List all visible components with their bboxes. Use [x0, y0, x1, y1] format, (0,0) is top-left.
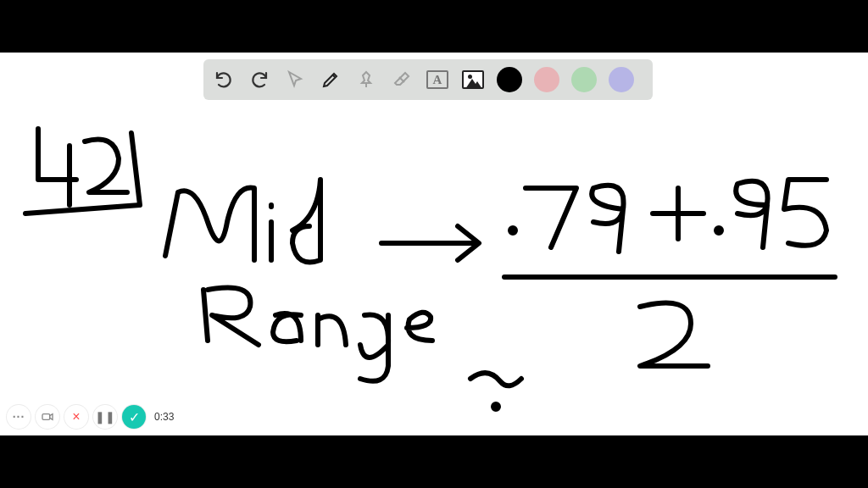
image-tool-icon[interactable] [461, 68, 485, 92]
pin-icon[interactable] [354, 68, 378, 92]
pointer-icon[interactable] [283, 68, 307, 92]
color-swatch-green[interactable] [571, 67, 597, 92]
color-swatch-purple[interactable] [609, 67, 634, 92]
text-tool-label: A [426, 70, 448, 89]
text-tool-icon[interactable]: A [426, 68, 449, 92]
recording-controls: ··· × ❚❚ ✓ 0:33 [7, 405, 174, 429]
color-swatch-pink[interactable] [534, 67, 559, 92]
redo-icon[interactable] [248, 68, 271, 92]
pause-button[interactable]: ❚❚ [93, 405, 117, 429]
pencil-icon[interactable] [319, 68, 342, 92]
undo-icon[interactable] [212, 68, 236, 92]
drawing-toolbar: A [203, 59, 653, 100]
stop-button[interactable]: × [64, 405, 88, 429]
eraser-icon[interactable] [390, 68, 414, 92]
recording-timer: 0:33 [154, 411, 174, 423]
camera-button[interactable] [36, 405, 59, 429]
more-button[interactable]: ··· [7, 405, 31, 429]
color-swatch-black[interactable] [497, 67, 522, 92]
confirm-button[interactable]: ✓ [122, 405, 146, 429]
svg-rect-3 [42, 414, 50, 420]
letterbox-bottom [0, 435, 868, 488]
letterbox-top [0, 0, 868, 53]
whiteboard-canvas[interactable] [0, 53, 868, 435]
